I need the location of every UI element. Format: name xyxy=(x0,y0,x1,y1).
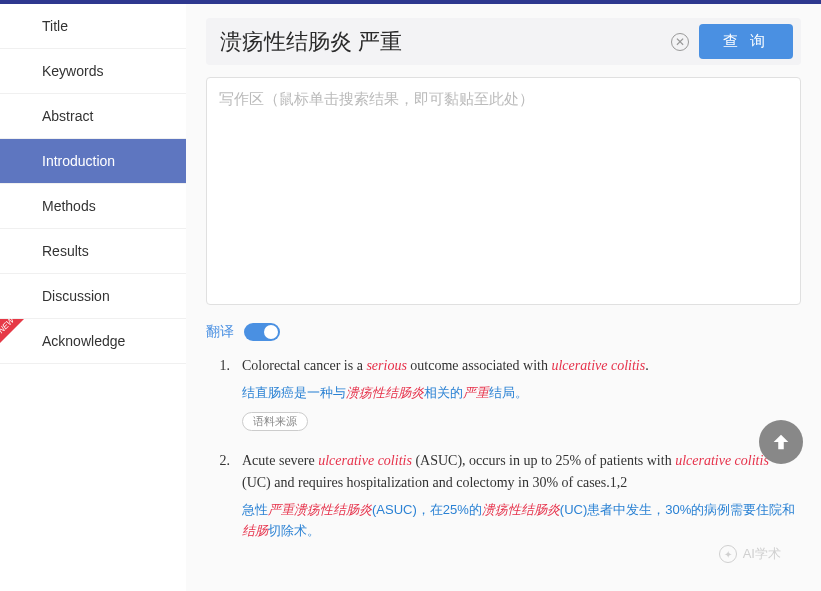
main-panel: ✕ 查 询 翻译 1. Colorectal cancer is a serio… xyxy=(186,4,821,591)
new-badge xyxy=(0,319,24,343)
arrow-up-icon xyxy=(770,431,792,453)
sidebar-item-title[interactable]: Title xyxy=(0,4,186,49)
search-row: ✕ 查 询 xyxy=(206,18,801,65)
watermark: ✦ AI学术 xyxy=(719,545,781,563)
result-body: Acute severe ulcerative colitis (ASUC), … xyxy=(242,450,801,542)
result-number: 1. xyxy=(206,355,230,432)
translate-row: 翻译 xyxy=(206,323,801,341)
wechat-icon: ✦ xyxy=(719,545,737,563)
keyword-highlight: ulcerative colitis xyxy=(551,358,645,373)
keyword-highlight: 溃疡性结肠炎 xyxy=(482,502,560,517)
query-button[interactable]: 查 询 xyxy=(699,24,793,59)
sidebar-item-introduction[interactable]: Introduction xyxy=(0,139,186,184)
keyword-highlight: ulcerative colitis xyxy=(318,453,412,468)
writing-area[interactable] xyxy=(206,77,801,305)
clear-icon[interactable]: ✕ xyxy=(671,33,689,51)
sidebar: Title Keywords Abstract Introduction Met… xyxy=(0,4,186,591)
sidebar-item-discussion[interactable]: Discussion xyxy=(0,274,186,319)
keyword-highlight: 严重 xyxy=(463,385,489,400)
sidebar-item-results[interactable]: Results xyxy=(0,229,186,274)
result-item[interactable]: 1. Colorectal cancer is a serious outcom… xyxy=(206,355,801,432)
result-chinese: 结直肠癌是一种与溃疡性结肠炎相关的严重结局。 xyxy=(242,383,801,404)
translate-label: 翻译 xyxy=(206,323,234,341)
translate-toggle[interactable] xyxy=(244,323,280,341)
sidebar-item-label: Acknowledge xyxy=(42,333,125,349)
sidebar-item-methods[interactable]: Methods xyxy=(0,184,186,229)
scroll-top-button[interactable] xyxy=(759,420,803,464)
main-container: Title Keywords Abstract Introduction Met… xyxy=(0,4,821,591)
result-number: 2. xyxy=(206,450,230,542)
keyword-highlight: 溃疡性结肠炎 xyxy=(346,385,424,400)
watermark-text: AI学术 xyxy=(743,545,781,563)
result-item[interactable]: 2. Acute severe ulcerative colitis (ASUC… xyxy=(206,450,801,542)
sidebar-item-abstract[interactable]: Abstract xyxy=(0,94,186,139)
search-input[interactable] xyxy=(214,25,671,59)
result-english: Colorectal cancer is a serious outcome a… xyxy=(242,355,801,377)
keyword-highlight: 结肠 xyxy=(242,523,268,538)
keyword-highlight: 严重溃疡性结肠炎 xyxy=(268,502,372,517)
result-body: Colorectal cancer is a serious outcome a… xyxy=(242,355,801,432)
sidebar-item-keywords[interactable]: Keywords xyxy=(0,49,186,94)
keyword-highlight: ulcerative colitis xyxy=(675,453,769,468)
result-chinese: 急性严重溃疡性结肠炎(ASUC)，在25%的溃疡性结肠炎(UC)患者中发生，30… xyxy=(242,500,801,542)
sidebar-item-acknowledge[interactable]: Acknowledge xyxy=(0,319,186,364)
keyword-highlight: serious xyxy=(366,358,406,373)
result-english: Acute severe ulcerative colitis (ASUC), … xyxy=(242,450,801,495)
source-button[interactable]: 语料来源 xyxy=(242,412,308,431)
